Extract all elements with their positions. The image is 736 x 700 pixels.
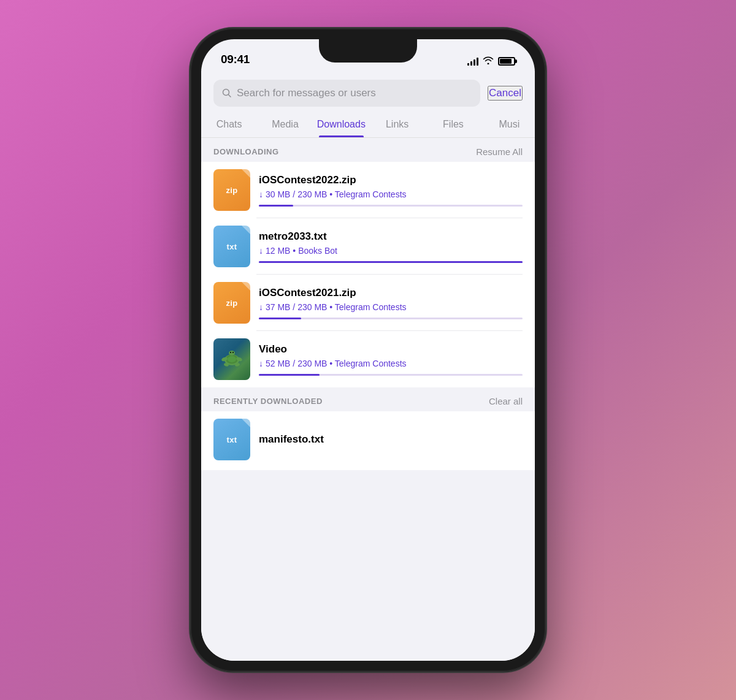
recently-downloaded-label: RECENTLY DOWNLOADED	[213, 397, 323, 406]
svg-point-4	[229, 351, 235, 356]
tab-media[interactable]: Media	[257, 113, 313, 137]
recently-downloaded-section-header: RECENTLY DOWNLOADED Clear all	[201, 387, 535, 411]
file-icon-zip: zip	[213, 169, 250, 211]
tab-files[interactable]: Files	[425, 113, 481, 137]
wifi-icon	[483, 56, 494, 66]
clear-all-button[interactable]: Clear all	[489, 396, 523, 406]
svg-point-10	[232, 352, 234, 353]
notch	[319, 39, 417, 63]
downloading-list: zip iOSContest2022.zip ↓ 30 MB / 230 MB …	[201, 162, 535, 387]
list-item[interactable]: txt manifesto.txt	[201, 411, 535, 470]
list-item[interactable]: zip iOSContest2022.zip ↓ 30 MB / 230 MB …	[201, 162, 535, 218]
recently-downloaded-list: txt manifesto.txt	[201, 411, 535, 470]
file-info: metro2033.txt ↓ 12 MB • Books Bot	[259, 230, 523, 263]
phone-frame: 09:41	[190, 28, 546, 672]
downloading-section-header: DOWNLOADING Resume All	[201, 138, 535, 162]
phone-wrapper: 09:41	[190, 28, 546, 672]
tab-downloads[interactable]: Downloads	[313, 113, 369, 137]
progress-bar	[259, 318, 523, 319]
battery-icon	[498, 57, 515, 66]
file-icon-txt-manifesto: txt	[213, 419, 250, 460]
progress-fill	[259, 318, 301, 319]
progress-fill	[259, 205, 293, 207]
list-item[interactable]: Video ↓ 52 MB / 230 MB • Telegram Contes…	[201, 331, 535, 387]
tab-music[interactable]: Musi	[481, 113, 535, 137]
cancel-button[interactable]: Cancel	[488, 86, 523, 101]
downloading-label: DOWNLOADING	[213, 147, 279, 156]
file-icon-zip: zip	[213, 282, 250, 324]
file-name: iOSContest2021.zip	[259, 287, 523, 299]
list-item[interactable]: zip iOSContest2021.zip ↓ 37 MB / 230 MB …	[201, 275, 535, 331]
file-info: manifesto.txt	[259, 433, 523, 446]
file-info: iOSContest2021.zip ↓ 37 MB / 230 MB • Te…	[259, 287, 523, 319]
file-info: Video ↓ 52 MB / 230 MB • Telegram Contes…	[259, 343, 523, 376]
video-thumbnail	[213, 338, 250, 380]
search-bar-container: Search for messages or users Cancel	[201, 71, 535, 113]
progress-fill	[259, 374, 320, 376]
resume-all-button[interactable]: Resume All	[476, 146, 523, 157]
file-name: Video	[259, 343, 523, 356]
file-meta: ↓ 37 MB / 230 MB • Telegram Contests	[259, 302, 523, 312]
file-meta: ↓ 52 MB / 230 MB • Telegram Contests	[259, 359, 523, 368]
file-icon-txt: txt	[213, 226, 250, 267]
svg-point-9	[230, 352, 231, 353]
status-icons	[467, 56, 515, 66]
file-meta: ↓ 12 MB • Books Bot	[259, 246, 523, 256]
screen-content: Search for messages or users Cancel Chat…	[201, 71, 535, 661]
search-placeholder: Search for messages or users	[237, 87, 376, 99]
signal-bars-icon	[467, 57, 478, 66]
svg-point-3	[228, 356, 236, 362]
search-bar[interactable]: Search for messages or users	[213, 80, 480, 107]
file-info: iOSContest2022.zip ↓ 30 MB / 230 MB • Te…	[259, 174, 523, 207]
file-name: metro2033.txt	[259, 230, 523, 243]
progress-bar	[259, 261, 523, 263]
tabs-container: Chats Media Downloads Links Files	[201, 113, 535, 138]
progress-bar	[259, 205, 523, 207]
file-name: manifesto.txt	[259, 433, 523, 446]
progress-bar	[259, 374, 523, 376]
file-name: iOSContest2022.zip	[259, 174, 523, 186]
phone-screen: 09:41	[201, 39, 535, 661]
progress-fill	[259, 261, 523, 263]
status-time: 09:41	[221, 53, 250, 66]
tab-links[interactable]: Links	[369, 113, 425, 137]
file-meta: ↓ 30 MB / 230 MB • Telegram Contests	[259, 189, 523, 199]
tab-chats[interactable]: Chats	[201, 113, 257, 137]
search-icon	[222, 88, 232, 98]
list-item[interactable]: txt metro2033.txt ↓ 12 MB • Books Bot	[201, 218, 535, 275]
